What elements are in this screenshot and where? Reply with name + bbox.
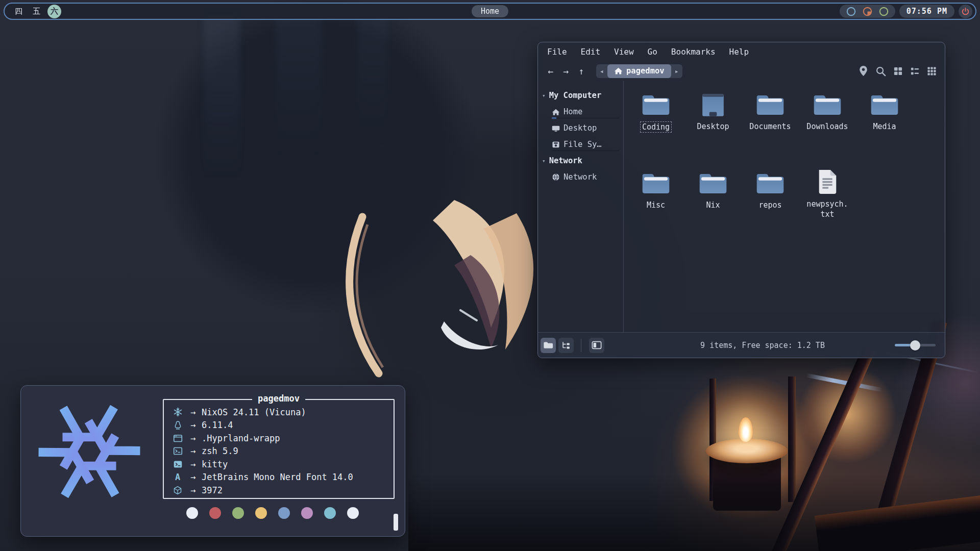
folder-icon [870, 92, 899, 118]
location-pin-button[interactable] [859, 65, 868, 77]
sidebar-group-label: Network [549, 156, 582, 165]
fetch-value: zsh 5.9 [202, 446, 238, 456]
sidebar-item-desktop[interactable]: Desktop [538, 120, 623, 136]
tray-circle-blue-icon[interactable] [846, 6, 856, 17]
desktop-folder-icon [698, 92, 728, 118]
file-manager-window: File Edit View Go Bookmarks Help ← → ↑ ◂… [537, 42, 945, 358]
wallpaper-floor-shadow [408, 474, 980, 551]
menu-file[interactable]: File [547, 47, 567, 57]
fetch-value: JetBrains Mono Nerd Font 14.0 [202, 472, 353, 482]
file-item-label: Downloads [805, 121, 849, 132]
fetch-row-packages: → 3972 [171, 484, 390, 497]
fetch-value: kitty [202, 459, 228, 469]
sidebar-item-filesystem[interactable]: File Sy… [538, 136, 623, 153]
font-icon: A [171, 472, 184, 482]
menu-go[interactable]: Go [648, 47, 657, 57]
fetch-row-wm: → .Hyprland-wrapp [171, 432, 390, 445]
palette-dot [186, 507, 198, 519]
sidebar-item-home[interactable]: Home [538, 104, 623, 120]
wallpaper-fold [204, 10, 240, 179]
tray-timer-orange-icon[interactable] [862, 6, 873, 17]
workspace-button-5[interactable]: 五 [30, 5, 43, 18]
home-icon [614, 67, 623, 75]
zoom-slider-knob[interactable] [910, 340, 920, 350]
menu-view[interactable]: View [614, 47, 634, 57]
menu-edit[interactable]: Edit [581, 47, 601, 57]
list-view-button[interactable] [910, 66, 920, 76]
top-bar: 四 五 六 Home 07:56 PM [4, 3, 976, 20]
file-item-media[interactable]: Media [857, 92, 912, 132]
arrow-icon: → [184, 485, 202, 495]
file-item-label: Documents [748, 121, 792, 132]
sidebar-group-network[interactable]: ▾ Network [538, 153, 623, 169]
folder-icon [813, 92, 842, 118]
file-item-newpsych-txt[interactable]: newpsych.txt [800, 168, 855, 220]
terminal-color-palette [186, 507, 359, 519]
clock[interactable]: 07:56 PM [899, 5, 954, 18]
arrow-icon: → [184, 407, 202, 417]
path-scroll-left-button[interactable]: ◂ [596, 67, 607, 75]
fetch-row-kernel: → 6.11.4 [171, 419, 390, 432]
arrow-icon: → [184, 446, 202, 456]
folder-mini-icon [543, 341, 553, 349]
palette-dot [347, 507, 359, 519]
compact-view-button[interactable] [927, 66, 937, 76]
folder-icon [641, 92, 671, 118]
terminal-icon [171, 460, 184, 469]
sidebar-item-network[interactable]: Network [538, 169, 623, 185]
fetch-value: NixOS 24.11 (Vicuna) [202, 407, 306, 417]
file-item-downloads[interactable]: Downloads [800, 92, 855, 132]
palette-dot [255, 507, 267, 519]
menu-bar: File Edit View Go Bookmarks Help [538, 42, 945, 61]
fetch-value: .Hyprland-wrapp [202, 433, 280, 443]
arrow-icon: → [184, 459, 202, 469]
side-pane-icon [592, 341, 602, 349]
back-button[interactable]: ← [543, 66, 558, 77]
file-manager-body: ▾ My Computer Home Desktop File Sy… ▾ [538, 81, 945, 332]
side-pane-toggle-button[interactable] [589, 338, 604, 353]
file-item-label: Coding [640, 121, 672, 133]
zoom-slider[interactable] [895, 344, 936, 346]
tree-view-toggle-button[interactable] [558, 338, 574, 353]
shell-icon [171, 446, 184, 456]
fetch-row-terminal: → kitty [171, 458, 390, 471]
system-tray [840, 5, 895, 18]
wallpaper-fold [276, 5, 322, 158]
fetch-hostname: pagedmov [252, 393, 305, 404]
terminal-scrollbar-thumb[interactable] [394, 514, 398, 531]
file-item-repos[interactable]: repos [743, 171, 798, 210]
file-item-misc[interactable]: Misc [628, 171, 683, 210]
search-button[interactable] [875, 66, 886, 77]
active-window-title: Home [472, 5, 508, 17]
power-icon [961, 7, 970, 16]
arrow-icon: → [184, 433, 202, 443]
path-segment-home[interactable]: pagedmov [607, 64, 671, 78]
wallpaper-anime-hair [286, 194, 572, 378]
sidebar-group-my-computer[interactable]: ▾ My Computer [538, 87, 623, 104]
file-item-documents[interactable]: Documents [743, 92, 798, 132]
file-item-desktop[interactable]: Desktop [685, 92, 741, 132]
package-cube-icon [171, 486, 184, 495]
sidebar-item-label: Home [564, 107, 582, 116]
menu-help[interactable]: Help [729, 47, 749, 57]
menu-bookmarks[interactable]: Bookmarks [671, 47, 716, 57]
desktop-icon [552, 124, 560, 132]
file-item-label: Misc [645, 200, 667, 210]
file-item-nix[interactable]: Nix [685, 171, 741, 210]
file-item-label: newpsych.txt [804, 199, 851, 220]
workspace-button-6-active[interactable]: 六 [47, 5, 61, 18]
tux-icon [171, 420, 184, 430]
file-item-label: Media [871, 121, 897, 132]
palette-dot [301, 507, 313, 519]
path-scroll-right-button[interactable]: ▸ [671, 67, 682, 75]
tray-circle-green-icon[interactable] [878, 6, 889, 17]
icon-view-button[interactable] [893, 66, 903, 76]
folder-view-toggle-button[interactable] [541, 338, 556, 353]
forward-button[interactable]: → [558, 66, 574, 77]
up-button[interactable]: ↑ [574, 66, 589, 77]
terminal-window: pagedmov → NixOS 24.11 (Vicuna) → 6.11.4… [20, 385, 405, 537]
sidebar-item-label: File Sy… [564, 140, 602, 149]
file-item-coding[interactable]: Coding [628, 92, 683, 133]
power-button[interactable] [959, 5, 972, 18]
workspace-button-4[interactable]: 四 [12, 5, 26, 18]
